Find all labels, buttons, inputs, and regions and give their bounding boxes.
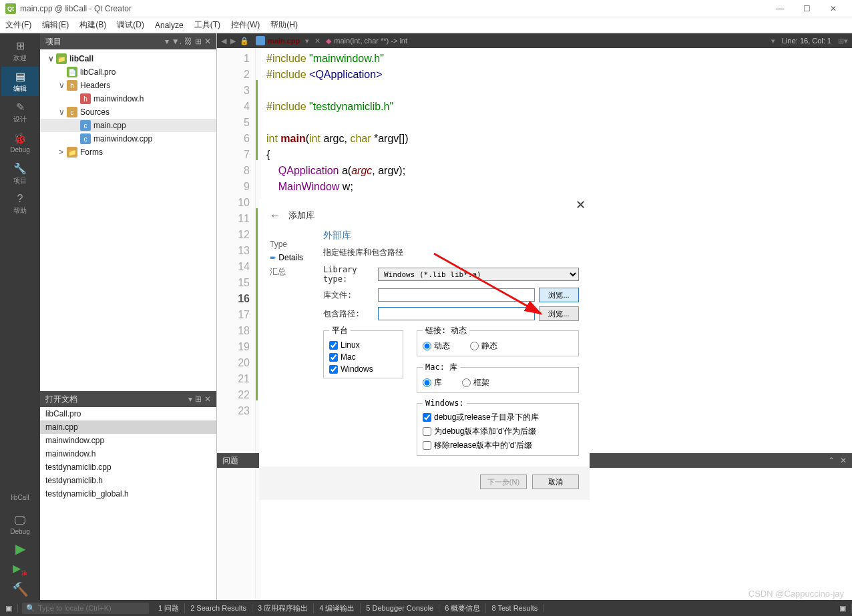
winopt1-checkbox[interactable] bbox=[423, 413, 431, 422]
dropdown-icon[interactable]: ▾ bbox=[188, 394, 192, 404]
run-button[interactable]: ▶ bbox=[13, 538, 28, 559]
libtype-label: Library type: bbox=[323, 265, 378, 284]
split-icon[interactable]: ⊞ bbox=[195, 37, 202, 46]
tree-item[interactable]: ∨cSources bbox=[40, 105, 216, 119]
open-doc-item[interactable]: mainwindow.h bbox=[40, 447, 216, 460]
mac-checkbox[interactable] bbox=[329, 353, 338, 362]
static-radio[interactable] bbox=[470, 342, 479, 350]
menu-file[interactable]: 文件(F) bbox=[5, 19, 31, 31]
close-panel-icon[interactable]: ✕ bbox=[204, 37, 211, 46]
edit-tab[interactable]: ▤编辑 bbox=[1, 67, 39, 96]
symbol-signature[interactable]: main(int, char **) -> int bbox=[334, 37, 771, 45]
locator[interactable]: 🔍 bbox=[22, 603, 149, 614]
tree-item[interactable]: 📄libCall.pro bbox=[40, 65, 216, 79]
project-tree[interactable]: ∨📁libCall📄libCall.pro∨hHeadershmainwindo… bbox=[40, 49, 216, 391]
help-icon: ? bbox=[17, 193, 23, 205]
locator-input[interactable] bbox=[38, 604, 145, 612]
close-panel-icon[interactable]: ✕ bbox=[204, 394, 211, 404]
tree-item[interactable]: ∨hHeaders bbox=[40, 79, 216, 92]
help-tab[interactable]: ?帮助 bbox=[1, 190, 39, 219]
edit-label: 编辑 bbox=[13, 84, 27, 93]
back-arrow-icon[interactable]: ← bbox=[270, 210, 280, 222]
platform-fieldset: 平台 Linux Mac Windows bbox=[323, 325, 403, 378]
kit-selector[interactable]: libCall bbox=[1, 485, 39, 511]
menu-widgets[interactable]: 控件(W) bbox=[231, 19, 260, 31]
build-button[interactable]: 🔨 bbox=[9, 579, 31, 600]
cancel-button[interactable]: 取消 bbox=[532, 475, 579, 489]
progress-icon[interactable]: ▣ bbox=[834, 604, 852, 613]
linux-checkbox[interactable] bbox=[329, 341, 338, 350]
wizard-steps: Type Details 汇总 bbox=[270, 224, 323, 461]
close-button[interactable]: ✕ bbox=[820, 0, 847, 17]
link-fieldset: 链接: 动态 动态 静态 bbox=[417, 325, 579, 356]
filter-icon[interactable]: ▼. bbox=[172, 37, 182, 46]
symbol-dropdown-icon[interactable]: ▾ bbox=[771, 37, 775, 45]
open-doc-item[interactable]: testdynamiclib_global.h bbox=[40, 487, 216, 501]
design-tab[interactable]: ✎设计 bbox=[1, 97, 39, 127]
maclib-radio[interactable] bbox=[423, 378, 431, 387]
debug-tab[interactable]: 🐞Debug bbox=[1, 128, 39, 158]
line-col[interactable]: Line: 16, Col: 1 bbox=[782, 37, 831, 45]
back-icon[interactable]: ◀ bbox=[221, 37, 226, 45]
svg-line-0 bbox=[434, 254, 541, 314]
open-doc-item[interactable]: mainwindow.cpp bbox=[40, 434, 216, 447]
projects-tab[interactable]: 🔧项目 bbox=[1, 159, 39, 188]
split-editor-icon[interactable]: ⊞▾ bbox=[838, 37, 848, 45]
window-title: main.cpp @ libCall - Qt Creator bbox=[20, 4, 767, 13]
watermark: CSDN @Cappuccino-jay bbox=[749, 589, 844, 599]
open-doc-item[interactable]: main.cpp bbox=[40, 420, 216, 434]
tree-item[interactable]: >📁Forms bbox=[40, 145, 216, 159]
menu-tools[interactable]: 工具(T) bbox=[194, 19, 220, 31]
close-icon[interactable]: ✕ bbox=[840, 456, 847, 465]
lock-icon[interactable]: 🔒 bbox=[240, 37, 249, 45]
macfw-radio[interactable] bbox=[462, 378, 471, 387]
open-doc-item[interactable]: libCall.pro bbox=[40, 407, 216, 420]
file-dropdown-icon[interactable]: ▾ bbox=[305, 37, 309, 45]
status-problems[interactable]: 1 问题 bbox=[153, 603, 185, 613]
run-debug-button[interactable]: ▶🐞 bbox=[10, 559, 30, 579]
status-compile[interactable]: 4 编译输出 bbox=[314, 603, 361, 613]
minimize-button[interactable]: — bbox=[767, 0, 793, 17]
menu-debug[interactable]: 调试(D) bbox=[117, 19, 144, 31]
forward-icon[interactable]: ▶ bbox=[230, 37, 236, 45]
platform-legend: 平台 bbox=[329, 325, 351, 336]
tree-item[interactable]: hmainwindow.h bbox=[40, 92, 216, 105]
next-button[interactable]: 下一步(N) bbox=[480, 475, 527, 489]
welcome-tab[interactable]: ⊞欢迎 bbox=[1, 36, 39, 65]
file-name[interactable]: main.cpp bbox=[268, 37, 300, 45]
status-search[interactable]: 2 Search Results bbox=[185, 604, 252, 612]
close-file-icon[interactable]: ✕ bbox=[314, 37, 321, 45]
menu-build[interactable]: 构建(B) bbox=[79, 19, 106, 31]
open-documents-list[interactable]: libCall.promain.cppmainwindow.cppmainwin… bbox=[40, 407, 216, 600]
status-summary[interactable]: 6 概要信息 bbox=[439, 603, 486, 613]
titlebar: Qt main.cpp @ libCall - Qt Creator — ☐ ✕ bbox=[0, 0, 852, 17]
kit-screen[interactable]: 🖵Debug bbox=[1, 511, 39, 538]
tree-item[interactable]: ∨📁libCall bbox=[40, 52, 216, 65]
split-icon[interactable]: ⊞ bbox=[195, 394, 202, 404]
dialog-title: 添加库 bbox=[288, 210, 314, 222]
expand-icon[interactable]: ⌃ bbox=[828, 456, 835, 465]
incpath-label: 包含路径: bbox=[323, 308, 378, 320]
step-summary: 汇总 bbox=[270, 264, 323, 280]
dynamic-radio[interactable] bbox=[423, 342, 431, 350]
maximize-button[interactable]: ☐ bbox=[793, 0, 820, 17]
activity-bar: ⊞欢迎 ▤编辑 ✎设计 🐞Debug 🔧项目 ?帮助 libCall 🖵Debu… bbox=[0, 33, 40, 600]
winopt3-checkbox[interactable] bbox=[423, 441, 431, 450]
open-doc-item[interactable]: testdynamiclib.cpp bbox=[40, 460, 216, 474]
menu-edit[interactable]: 编辑(E) bbox=[42, 19, 69, 31]
status-debugger[interactable]: 5 Debugger Console bbox=[361, 604, 439, 612]
link-icon[interactable]: ⛓ bbox=[184, 37, 192, 46]
windows-checkbox[interactable] bbox=[329, 365, 338, 374]
status-appout[interactable]: 3 应用程序输出 bbox=[252, 603, 314, 613]
grid-icon: ⊞ bbox=[16, 39, 25, 52]
open-doc-item[interactable]: testdynamiclib.h bbox=[40, 474, 216, 487]
tree-item[interactable]: cmain.cpp bbox=[40, 119, 216, 132]
line-gutter: 1234567891011121314151617181920212223 bbox=[217, 48, 256, 600]
close-sidebar-icon[interactable]: ▣ bbox=[0, 604, 18, 613]
status-tests[interactable]: 8 Test Results bbox=[486, 604, 544, 612]
winopt2-checkbox[interactable] bbox=[423, 427, 431, 436]
tree-item[interactable]: cmainwindow.cpp bbox=[40, 132, 216, 145]
dropdown-icon[interactable]: ▾ bbox=[165, 37, 169, 46]
menu-analyze[interactable]: Analyze bbox=[155, 21, 184, 30]
menu-help[interactable]: 帮助(H) bbox=[270, 19, 298, 31]
